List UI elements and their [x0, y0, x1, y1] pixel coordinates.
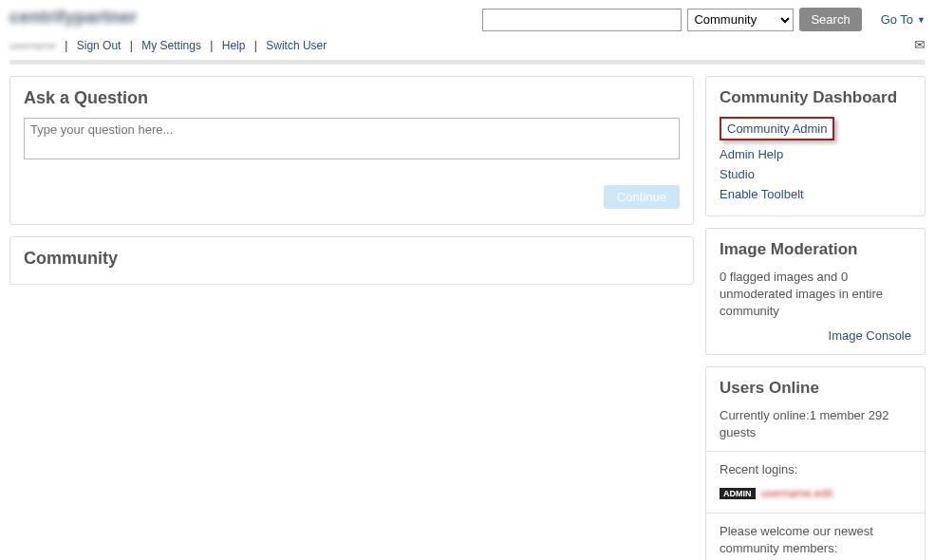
continue-button[interactable]: Continue [604, 185, 680, 209]
recent-logins-label: Recent logins: [720, 461, 911, 478]
admin-help-link[interactable]: Admin Help [720, 144, 911, 164]
community-panel: Community [9, 236, 694, 285]
image-console-link[interactable]: Image Console [829, 328, 911, 343]
user-chip[interactable]: ADMIN username.edit [720, 485, 832, 500]
community-title: Community [24, 249, 680, 269]
ask-question-title: Ask a Question [24, 88, 680, 108]
ask-question-panel: Ask a Question Continue [9, 76, 694, 225]
nav-links: username | Sign Out | My Settings | Help… [9, 38, 327, 52]
app-logo-text: centrifypartner [9, 8, 138, 28]
signout-link[interactable]: Sign Out [77, 39, 122, 52]
dashboard-panel: Community Dashboard Community Admin Admi… [705, 76, 926, 216]
search-scope-select[interactable]: Community [687, 9, 794, 31]
community-admin-link-highlighted[interactable]: Community Admin [720, 117, 834, 140]
enable-toolbelt-link[interactable]: Enable Toolbelt [720, 184, 911, 204]
image-moderation-text: 0 flagged images and 0 unmoderated image… [720, 269, 911, 321]
search-button[interactable]: Search [799, 8, 861, 31]
welcome-label: Please welcome our newest community memb… [720, 523, 911, 557]
mail-icon[interactable]: ✉ [914, 37, 926, 52]
dashboard-title: Community Dashboard [720, 88, 911, 107]
switchuser-link[interactable]: Switch User [266, 39, 327, 52]
users-online-panel: Users Online Currently online:1 member 2… [705, 366, 926, 560]
help-link[interactable]: Help [222, 39, 246, 52]
ask-question-input[interactable] [24, 118, 680, 159]
header-divider [9, 60, 926, 65]
username-text: username [9, 40, 56, 51]
chevron-down-icon: ▼ [917, 15, 926, 25]
user-name-blurred: username.edit [760, 487, 832, 500]
admin-badge: ADMIN [720, 488, 756, 499]
studio-link[interactable]: Studio [720, 164, 911, 184]
image-moderation-title: Image Moderation [720, 240, 911, 259]
mysettings-link[interactable]: My Settings [141, 39, 201, 52]
users-online-count: Currently online:1 member 292 guests [720, 407, 911, 441]
goto-menu[interactable]: Go To ▼ [881, 12, 926, 27]
users-online-title: Users Online [720, 379, 911, 398]
search-input[interactable] [482, 9, 682, 31]
image-moderation-panel: Image Moderation 0 flagged images and 0 … [705, 228, 926, 355]
community-admin-link[interactable]: Community Admin [727, 121, 827, 136]
goto-label: Go To [881, 12, 913, 27]
